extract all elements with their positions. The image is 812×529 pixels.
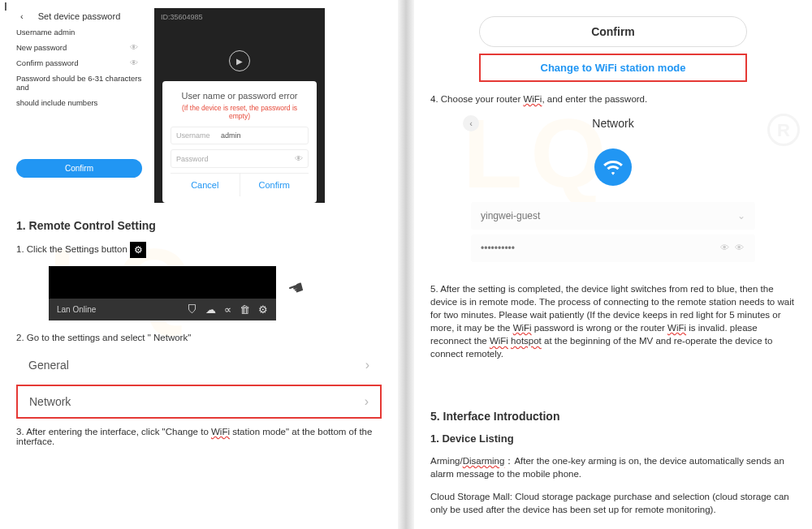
eye-icon: 👁 <box>130 58 138 67</box>
cloud-icon[interactable]: ☁ <box>205 303 216 316</box>
confirm-button[interactable]: Confirm <box>16 159 142 178</box>
section-heading: 1. Remote Control Setting <box>16 219 382 232</box>
menu-label: Network <box>29 395 71 408</box>
pointer-hand-icon: ☚ <box>285 276 308 301</box>
play-icon: ▶ <box>229 50 250 71</box>
eye-icon: 👁 👁 <box>720 243 745 254</box>
password-field[interactable]: •••••••••• 👁 👁 <box>471 234 755 262</box>
menu-network[interactable]: Network › <box>16 385 382 419</box>
step-text: 4. Choose your router WiFi, and enter th… <box>430 94 796 104</box>
field-label: Password <box>176 155 221 163</box>
menu-label: General <box>28 359 69 372</box>
dialog-title: User name or password error <box>171 91 309 101</box>
dialog-subtitle: (If the device is reset, the password is… <box>171 104 309 120</box>
confirm-button[interactable]: Confirm <box>240 174 309 196</box>
right-page: R Confirm Change to WiFi station mode 4.… <box>414 0 812 529</box>
wifi-icon <box>594 148 632 186</box>
section-heading: 5. Interface Introduction <box>430 410 796 423</box>
network-header: ‹ Network <box>430 110 796 136</box>
eye-icon: 👁 <box>130 43 138 52</box>
trash-icon[interactable]: 🗑 <box>240 303 250 316</box>
ssid-field[interactable]: yingwei-guest ⌄ <box>471 202 755 230</box>
header-title: Set device password <box>38 11 121 21</box>
device-id: ID:35604985 <box>161 13 203 21</box>
eye-icon: 👁 <box>295 154 303 163</box>
step-text: 1. Click the Settings button ⚙ <box>16 242 382 258</box>
confirm-button[interactable]: Confirm <box>479 16 747 47</box>
chevron-right-icon: › <box>365 394 369 409</box>
new-password-line: New password👁 <box>16 40 142 55</box>
shield-icon[interactable]: ⛉ <box>187 303 197 316</box>
confirm-password-line: Confirm password👁 <box>16 55 142 71</box>
page-gutter <box>398 0 414 529</box>
paragraph: Arming/Disarming：After the one-key armin… <box>430 454 796 480</box>
password-hint: Password should be 6-31 characters and <box>16 71 142 95</box>
password-field[interactable]: Password 👁 <box>171 149 309 168</box>
password-hint: should include numbers <box>16 95 142 110</box>
phone-screenshot-password: ‹ Set device password Username admin New… <box>16 8 142 203</box>
back-icon: ‹ <box>20 11 24 21</box>
left-page: ‹ Set device password Username admin New… <box>0 0 398 529</box>
gear-icon: ⚙ <box>130 242 146 258</box>
paragraph: Cloud Storage Mall: Cloud storage packag… <box>430 490 796 516</box>
field-label: Username <box>176 131 221 140</box>
back-icon[interactable]: ‹ <box>463 115 479 131</box>
phone-header: ‹ Set device password <box>16 8 142 24</box>
step-text: 2. Go to the settings and select " Netwo… <box>16 333 382 342</box>
phone-screenshot-camera: ID:35604985 ▶ User name or password erro… <box>154 8 325 203</box>
share-icon[interactable]: ∝ <box>224 303 231 316</box>
step-text: 3. After entering the interface, click "… <box>16 427 382 446</box>
gear-icon[interactable]: ⚙ <box>258 303 268 316</box>
ssid-value: yingwei-guest <box>481 210 540 221</box>
header-title: Network <box>592 117 633 130</box>
change-mode-button[interactable]: Change to WiFi station mode <box>479 54 747 82</box>
paragraph: 5. After the setting is completed, the d… <box>430 282 796 361</box>
chevron-right-icon: › <box>365 358 369 372</box>
username-line: Username admin <box>16 24 142 40</box>
field-value: admin <box>221 131 303 140</box>
chevron-down-icon: ⌄ <box>737 210 745 221</box>
menu-general[interactable]: General › <box>16 349 382 381</box>
error-dialog: User name or password error (If the devi… <box>162 81 317 203</box>
username-field[interactable]: Username admin <box>171 127 309 144</box>
cancel-button[interactable]: Cancel <box>171 174 240 196</box>
sub-heading: 1. Device Listing <box>430 432 796 445</box>
status-label: Lan Online <box>57 305 96 314</box>
password-dots: •••••••••• <box>481 243 515 254</box>
camera-toolbar: Lan Online ⛉ ☁ ∝ 🗑 ⚙ ☚ <box>49 266 276 320</box>
